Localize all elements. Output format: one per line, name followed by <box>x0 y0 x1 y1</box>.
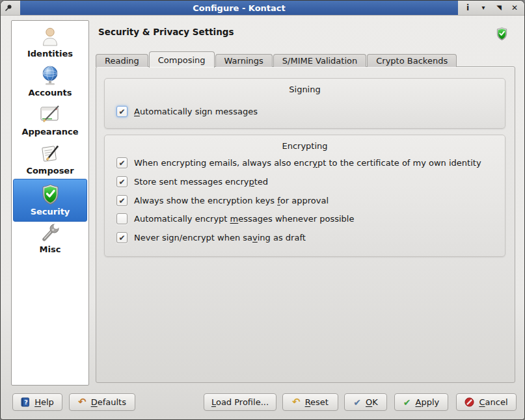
user-icon <box>13 25 87 47</box>
settings-tabbar: Reading Composing Warnings S/MIME Valida… <box>96 51 457 67</box>
cancel-icon <box>464 397 474 407</box>
pin-icon[interactable] <box>5 4 16 12</box>
defaults-button[interactable]: ↶ Defaults <box>69 393 135 411</box>
button-label: OK <box>366 397 378 407</box>
button-label: Reset <box>305 397 329 407</box>
info-button[interactable]: i <box>462 2 474 14</box>
sidebar-item-appearance[interactable]: Appearance <box>13 103 87 137</box>
checkbox-row-auto-encrypt[interactable]: Automatically encrypt messages whenever … <box>116 213 354 224</box>
sidebar-item-composer[interactable]: Composer <box>13 142 87 176</box>
sidebar-item-label: Appearance <box>13 127 87 137</box>
checkbox-label: When encrypting emails, always also encr… <box>134 158 481 168</box>
button-label: Help <box>34 397 54 407</box>
tab-smime-validation[interactable]: S/MIME Validation <box>273 54 366 67</box>
security-shield-icon <box>14 183 87 205</box>
configure-kontact-dialog: Configure - Kontact i ▾ ◥ ✕ Identities <box>0 0 525 420</box>
sidebar-item-accounts[interactable]: Accounts <box>13 64 87 98</box>
undo-icon: ↶ <box>78 397 87 407</box>
checkbox-label: Store sent messages encrypted <box>134 177 268 187</box>
checkbox[interactable] <box>116 213 128 224</box>
button-label: Apply <box>416 397 440 407</box>
sidebar-item-identities[interactable]: Identities <box>13 25 87 59</box>
checkbox[interactable]: ✔ <box>116 232 128 243</box>
button-label: Load Profile... <box>211 397 269 407</box>
checkbox-row-encrypt-to-self[interactable]: ✔ When encrypting emails, always also en… <box>116 157 481 168</box>
composing-tab-panel: Signing ✔ Automatically sign messages En… <box>96 66 515 383</box>
check-icon: ✔ <box>403 398 411 407</box>
help-button[interactable]: ? Help <box>12 393 62 411</box>
sidebar-item-label: Security <box>14 207 87 217</box>
group-title: Signing <box>105 85 505 94</box>
group-title: Encrypting <box>105 141 505 151</box>
sidebar-item-label: Misc <box>13 244 87 254</box>
checkbox-label: Never sign/encrypt when saving as draft <box>134 233 306 243</box>
checkbox-row-store-encrypted[interactable]: ✔ Store sent messages encrypted <box>116 176 268 187</box>
window-title: Configure - Kontact <box>20 1 458 15</box>
sidebar-item-label: Accounts <box>13 88 87 98</box>
button-label: Cancel <box>479 397 507 407</box>
ok-button[interactable]: ✔ OK <box>344 393 387 411</box>
category-sidebar: Identities Accounts <box>11 20 89 386</box>
sidebar-item-misc[interactable]: Misc <box>13 220 87 254</box>
checkbox-row-show-keys-approval[interactable]: ✔ Always show the encryption keys for ap… <box>116 195 329 206</box>
signing-group: Signing ✔ Automatically sign messages <box>104 78 505 129</box>
page-title: Security & Privacy Settings <box>98 27 234 37</box>
svg-text:?: ? <box>24 399 28 406</box>
checkbox[interactable]: ✔ <box>116 106 128 117</box>
appearance-icon <box>13 103 87 125</box>
checkbox-row-auto-sign[interactable]: ✔ Automatically sign messages <box>116 106 258 117</box>
tab-crypto-backends[interactable]: Crypto Backends <box>367 54 457 67</box>
checkbox-label: Automatically encrypt messages whenever … <box>134 214 354 224</box>
undo-icon: ↶ <box>292 397 301 407</box>
apply-button[interactable]: ✔ Apply <box>394 393 448 411</box>
checkbox[interactable]: ✔ <box>116 176 128 187</box>
close-button[interactable]: ✕ <box>509 2 520 14</box>
button-label: Defaults <box>91 397 126 407</box>
help-book-icon: ? <box>21 397 30 407</box>
load-profile-button[interactable]: Load Profile... <box>204 393 276 411</box>
tab-warnings[interactable]: Warnings <box>215 54 273 67</box>
shade-button[interactable]: ▾ <box>478 2 489 14</box>
globe-icon <box>13 64 87 86</box>
sidebar-item-label: Composer <box>13 166 87 176</box>
sidebar-item-security[interactable]: Security <box>13 179 87 222</box>
titlebar[interactable]: Configure - Kontact i ▾ ◥ ✕ <box>1 1 524 16</box>
sidebar-item-label: Identities <box>13 49 87 59</box>
encrypting-group: Encrypting ✔ When encrypting emails, alw… <box>104 135 505 257</box>
cancel-button[interactable]: Cancel <box>456 393 517 411</box>
security-shield-icon <box>496 27 507 40</box>
check-icon: ✔ <box>353 398 361 407</box>
checkbox-label: Automatically sign messages <box>134 107 258 116</box>
maximize-button[interactable]: ◥ <box>493 2 505 14</box>
checkbox[interactable]: ✔ <box>116 157 128 168</box>
checkbox[interactable]: ✔ <box>116 195 128 206</box>
reset-button[interactable]: ↶ Reset <box>282 393 338 411</box>
composer-icon <box>13 142 87 164</box>
wrench-icon <box>13 220 87 243</box>
tab-reading[interactable]: Reading <box>96 54 148 67</box>
tab-composing[interactable]: Composing <box>149 51 215 68</box>
checkbox-row-never-sign-draft[interactable]: ✔ Never sign/encrypt when saving as draf… <box>116 232 306 243</box>
checkbox-label: Always show the encryption keys for appr… <box>134 196 329 205</box>
